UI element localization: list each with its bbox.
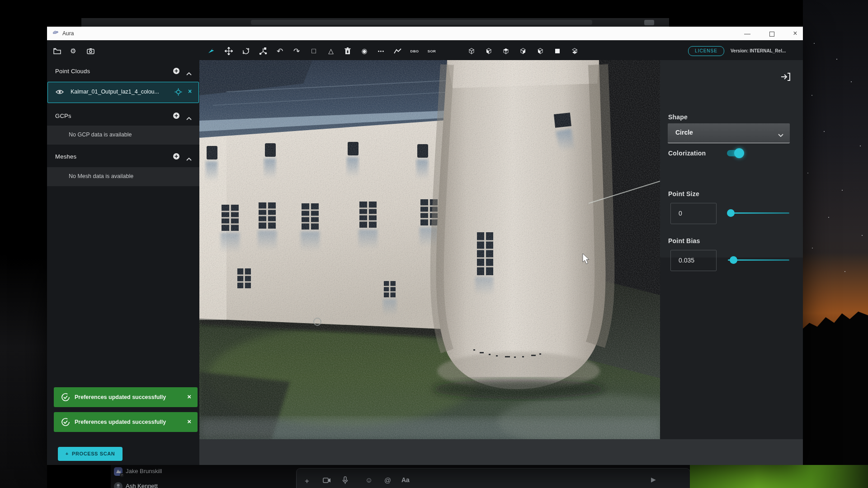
shape-value: Circle bbox=[675, 129, 693, 136]
collapse-panel-icon[interactable] bbox=[781, 72, 791, 83]
microphone-icon[interactable] bbox=[342, 476, 348, 486]
view-cube-top-icon[interactable] bbox=[500, 45, 512, 57]
section-header-gcps: GCPs bbox=[47, 106, 199, 126]
toast-notification: Preferences updated successfully × bbox=[54, 387, 198, 407]
rect-select-icon[interactable]: □ bbox=[307, 45, 320, 57]
point-size-slider-knob[interactable] bbox=[727, 209, 735, 217]
section-title: Point Clouds bbox=[55, 68, 90, 75]
open-folder-icon[interactable] bbox=[51, 45, 63, 57]
add-gcp-button[interactable] bbox=[173, 112, 180, 121]
collapse-chevron-icon[interactable] bbox=[186, 155, 192, 163]
screenshot-camera-icon[interactable] bbox=[84, 45, 97, 57]
point-bias-slider[interactable] bbox=[728, 259, 789, 261]
polygon-select-icon[interactable]: △ bbox=[325, 45, 337, 57]
colorization-label: Colorization bbox=[668, 150, 706, 157]
pan-move-icon[interactable] bbox=[222, 45, 235, 57]
background-window-titlebar bbox=[81, 18, 669, 27]
screen: ⟳ Jake Brunskill Ash Kennett + ☺ @ Aa ▶ bbox=[0, 0, 868, 488]
shape-dropdown[interactable]: Circle bbox=[668, 123, 790, 143]
text-format-icon[interactable]: Aa bbox=[401, 476, 410, 483]
orbit-rotate-icon[interactable] bbox=[240, 45, 252, 57]
mention-icon[interactable]: @ bbox=[384, 476, 391, 484]
background-window-tab bbox=[644, 20, 654, 25]
point-bias-label: Point Bias bbox=[668, 237, 700, 244]
plus-icon: + bbox=[66, 451, 69, 456]
gcp-empty-row: No GCP data is available bbox=[47, 126, 199, 145]
process-scan-button[interactable]: + PROCESS SCAN bbox=[58, 447, 123, 461]
point-size-input[interactable]: 0 bbox=[670, 203, 717, 224]
toast-close-icon[interactable]: × bbox=[187, 418, 191, 425]
app-logo-icon: dP bbox=[53, 30, 58, 35]
minimize-button[interactable]: — bbox=[740, 27, 755, 40]
visibility-eye-icon[interactable] bbox=[56, 89, 64, 97]
point-size-slider[interactable] bbox=[728, 212, 789, 214]
redo-icon[interactable]: ↷ bbox=[290, 45, 303, 57]
avatar[interactable] bbox=[114, 482, 123, 488]
view-cube-right-icon[interactable] bbox=[517, 45, 529, 57]
window-title: Aura bbox=[62, 30, 74, 37]
right-panel-lower bbox=[660, 258, 803, 439]
settings-gear-icon[interactable]: ⚙ bbox=[67, 45, 80, 57]
select-cursor-icon[interactable] bbox=[205, 45, 218, 57]
colorization-toggle[interactable] bbox=[727, 150, 742, 156]
collapse-chevron-icon[interactable] bbox=[186, 114, 192, 122]
remove-item-icon[interactable]: × bbox=[188, 88, 192, 95]
add-mesh-button[interactable] bbox=[173, 153, 180, 162]
chat-member-name: Jake Brunskill bbox=[126, 468, 162, 474]
transform-gizmo-icon[interactable] bbox=[257, 45, 269, 57]
point-cloud-item-label: Kalmar_01_Output_laz1_4_colou... bbox=[71, 89, 159, 95]
target-point-icon[interactable]: ◉ bbox=[358, 45, 371, 57]
view-cube-front-icon[interactable] bbox=[482, 45, 495, 57]
send-icon[interactable]: ▶ bbox=[651, 476, 656, 483]
point-size-value: 0 bbox=[679, 210, 682, 217]
refresh-badge-icon: ⟳ bbox=[120, 473, 124, 477]
add-point-cloud-button[interactable] bbox=[173, 67, 180, 76]
delete-trash-icon[interactable] bbox=[341, 45, 354, 57]
display-settings-panel: Shape Circle Colorization Point Size 0 P… bbox=[660, 60, 803, 258]
more-ellipsis-icon[interactable]: ••• bbox=[375, 45, 387, 57]
section-title: Meshes bbox=[55, 153, 76, 160]
point-cloud-list-item[interactable]: Kalmar_01_Output_laz1_4_colou... × bbox=[47, 82, 199, 103]
viewport-bottom-strip bbox=[199, 439, 803, 465]
section-header-meshes: Meshes bbox=[47, 147, 199, 167]
shape-label: Shape bbox=[668, 113, 688, 121]
undo-icon[interactable]: ↶ bbox=[274, 45, 286, 57]
dbo-filter-icon[interactable]: DBO bbox=[408, 45, 421, 57]
sor-filter-icon[interactable]: SOR bbox=[425, 45, 438, 57]
background-window-strip bbox=[251, 20, 592, 25]
point-bias-input[interactable]: 0.035 bbox=[670, 250, 717, 271]
maximize-button[interactable] bbox=[764, 27, 779, 40]
aura-app-window: dP Aura — × ⚙ ↶ ↷ □ △ bbox=[47, 27, 803, 465]
success-check-icon bbox=[61, 393, 70, 404]
video-icon[interactable] bbox=[323, 477, 331, 485]
desktop-wallpaper-hill bbox=[0, 253, 47, 488]
emoji-icon[interactable]: ☺ bbox=[365, 476, 373, 484]
toast-close-icon[interactable]: × bbox=[187, 393, 191, 400]
chat-member-name: Ash Kennett bbox=[126, 483, 158, 488]
point-bias-value: 0.035 bbox=[679, 257, 694, 264]
view-cube-wireframe-icon[interactable] bbox=[465, 45, 478, 57]
attach-plus-button[interactable]: + bbox=[305, 477, 309, 486]
view-cube-bottom-icon[interactable] bbox=[568, 45, 581, 57]
point-size-label: Point Size bbox=[668, 190, 699, 197]
avatar[interactable]: ⟳ bbox=[114, 467, 123, 476]
close-button[interactable]: × bbox=[788, 27, 803, 40]
collapse-chevron-icon[interactable] bbox=[186, 69, 192, 77]
viewport-canvas[interactable] bbox=[199, 60, 660, 439]
focus-crosshair-icon[interactable] bbox=[175, 88, 182, 98]
view-cube-back-icon[interactable] bbox=[551, 45, 564, 57]
message-input-bar[interactable]: + ☺ @ Aa ▶ bbox=[296, 468, 690, 488]
empty-state-text: No Mesh data is available bbox=[69, 173, 133, 179]
mesh-empty-row: No Mesh data is available bbox=[47, 167, 199, 186]
license-badge[interactable]: LICENSE bbox=[688, 46, 724, 56]
empty-state-text: No GCP data is available bbox=[69, 131, 132, 138]
toast-message: Preferences updated successfully bbox=[75, 394, 166, 400]
version-text: Version: INTERNAL_Rel... bbox=[731, 48, 786, 53]
toast-notification: Preferences updated successfully × bbox=[54, 412, 198, 432]
success-check-icon bbox=[61, 418, 70, 428]
title-bar: dP Aura — × bbox=[47, 27, 803, 40]
polyline-measure-icon[interactable] bbox=[392, 45, 404, 57]
view-cube-left-icon[interactable] bbox=[534, 45, 547, 57]
point-bias-slider-knob[interactable] bbox=[730, 256, 737, 264]
desktop-wallpaper-mountains bbox=[803, 298, 868, 488]
